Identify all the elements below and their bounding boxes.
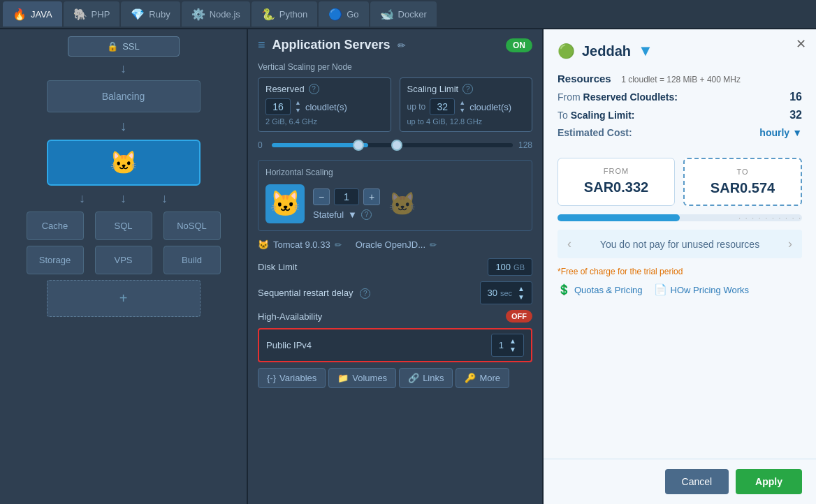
resources-section: Resources 1 cloudlet = 128 MiB + 400 MHz… <box>558 73 802 138</box>
tab-ruby[interactable]: 💎 Ruby <box>121 1 180 27</box>
reserved-input-row: ▲ ▼ cloudlet(s) <box>265 98 384 115</box>
tab-nodejs[interactable]: ⚙️ Node.js <box>182 1 250 27</box>
node-count-input[interactable] <box>334 188 359 205</box>
variables-icon: {-} <box>267 373 276 383</box>
stepper-minus-button[interactable]: − <box>313 188 330 205</box>
reserved-sub-label: 2 GiB, 6.4 GHz <box>265 117 384 126</box>
variables-tab[interactable]: {-} Variables <box>258 368 326 388</box>
bottom-tabs: {-} Variables 📁 Volumes 🔗 Links 🔑 More <box>258 368 532 388</box>
nosql-node[interactable]: NoSQL <box>163 212 221 240</box>
nav-right-arrow[interactable]: › <box>788 237 792 251</box>
how-pricing-link[interactable]: 📄 HOw Pricing Works <box>654 283 749 296</box>
public-ipv4-row: Public IPv4 1 ▲ ▼ <box>258 328 532 362</box>
arrow-cache-icon: ↓ <box>79 191 85 206</box>
disk-limit-unit: GB <box>513 263 525 272</box>
tomcat-edit-icon[interactable]: ✏ <box>335 240 342 250</box>
reserved-box: Reserved ? ▲ ▼ cloudlet(s) 2 GiB, 6.4 GH… <box>258 77 391 132</box>
reserved-arrow-down[interactable]: ▼ <box>295 108 301 114</box>
stateful-dropdown-icon: ▼ <box>348 209 357 220</box>
disk-limit-value: 100 GB <box>488 258 532 276</box>
right-panel: ✕ 🟢 Jeddah ▼ Resources 1 cloudlet = 128 … <box>544 29 816 504</box>
reserved-arrow-up[interactable]: ▲ <box>295 100 301 107</box>
balancing-box[interactable]: Balancing <box>47 80 201 112</box>
close-button[interactable]: ✕ <box>796 36 806 52</box>
ha-toggle[interactable]: OFF <box>506 310 532 323</box>
links-tab[interactable]: 🔗 Links <box>399 368 453 388</box>
to-price-label: TO <box>693 168 792 176</box>
scaling-limit-label: Scaling Limit <box>407 84 459 94</box>
quotas-pricing-link[interactable]: 💲 Quotas & Pricing <box>558 283 643 296</box>
storage-node[interactable]: Storage <box>27 246 84 274</box>
to-price-card: TO SAR0.574 <box>683 158 802 206</box>
stepper-plus-button[interactable]: + <box>363 188 380 205</box>
tab-go[interactable]: 🔵 Go <box>319 1 368 27</box>
public-ipv4-num: 1 <box>499 340 504 350</box>
cloudlet-slider[interactable] <box>272 143 513 147</box>
app-node-icon: 🐱 <box>110 149 138 176</box>
hourly-label: hourly <box>759 127 789 138</box>
region-dropdown-button[interactable]: ▼ <box>638 42 653 60</box>
apply-button[interactable]: Apply <box>736 469 802 494</box>
more-tab[interactable]: 🔑 More <box>456 368 509 388</box>
free-trial-text: *Free of charge for the trial period <box>558 267 802 276</box>
tab-php[interactable]: 🐘 PHP <box>64 1 120 27</box>
reserved-help-icon[interactable]: ? <box>309 84 319 94</box>
panel-title: Application Servers <box>272 38 391 52</box>
price-bar: · · · · · · · · · · <box>558 214 802 221</box>
bottom-nodes: Cache SQL NoSQL <box>27 212 221 240</box>
tab-docker[interactable]: 🐋 Docker <box>370 1 437 27</box>
horizontal-scaling-section: Horizontal Scaling 🐱 − + Stateful ▼ ? 🐱 <box>258 160 532 231</box>
greyed-node-icon: 🐱 <box>388 191 416 217</box>
oracle-item[interactable]: Oracle OpenJD... ✏ <box>356 239 437 250</box>
reserved-cloudlet-input[interactable] <box>265 98 291 115</box>
build-node[interactable]: Build <box>163 246 221 274</box>
nav-left-arrow[interactable]: ‹ <box>567 237 571 251</box>
tab-python[interactable]: 🐍 Python <box>252 1 317 27</box>
volumes-tab[interactable]: 📁 Volumes <box>328 368 396 388</box>
php-icon: 🐘 <box>73 8 87 21</box>
sql-node[interactable]: SQL <box>95 212 152 240</box>
estimated-cost-label: Estimated Cost: <box>558 127 632 138</box>
cloudlet-slider-row: 0 128 <box>258 140 532 150</box>
scaling-limit-arrow-down[interactable]: ▼ <box>459 108 465 114</box>
tomcat-item[interactable]: 🐱 Tomcat 9.0.33 ✏ <box>258 239 342 250</box>
app-server-node[interactable]: 🐱 <box>47 140 201 186</box>
oracle-edit-icon[interactable]: ✏ <box>430 240 437 250</box>
scaling-limit-title-row: Scaling Limit ? <box>407 84 525 94</box>
arrow-nosql-icon: ↓ <box>161 191 168 206</box>
cache-node[interactable]: Cache <box>27 212 84 240</box>
public-ipv4-value: 1 ▲ ▼ <box>491 334 524 357</box>
ipv4-stepper[interactable]: ▲ ▼ <box>509 337 516 353</box>
stateful-help-icon[interactable]: ? <box>361 209 372 220</box>
add-node-button[interactable]: + <box>47 280 201 317</box>
vps-node[interactable]: VPS <box>95 246 152 274</box>
scaling-limit-help-icon[interactable]: ? <box>462 84 473 94</box>
toggle-on[interactable]: ON <box>506 38 532 52</box>
restart-down-icon[interactable]: ▼ <box>518 293 525 301</box>
disk-limit-label: Disk Limit <box>258 262 481 272</box>
edit-icon[interactable]: ✏ <box>398 40 406 51</box>
tomcat-icon: 🐱 <box>258 239 269 250</box>
scaling-limit-input-row: up to ▲ ▼ cloudlet(s) <box>407 98 525 115</box>
restart-up-icon[interactable]: ▲ <box>518 285 525 292</box>
scaling-limit-input[interactable] <box>430 98 455 115</box>
slider-handle-left[interactable] <box>353 140 364 151</box>
ipv4-up-icon[interactable]: ▲ <box>509 337 516 345</box>
restart-delay-stepper[interactable]: ▲ ▼ <box>518 285 525 301</box>
slider-handle-right[interactable] <box>391 140 402 151</box>
reserved-cloudlets-value: 16 <box>789 91 802 103</box>
hourly-button[interactable]: hourly ▼ <box>759 127 802 138</box>
ssl-button[interactable]: 🔒 SSL <box>68 36 180 57</box>
h-node-icon: 🐱 <box>265 184 305 223</box>
tab-java[interactable]: 🔥 JAVA <box>3 1 62 27</box>
stateful-dropdown[interactable]: Stateful ▼ ? <box>313 209 380 220</box>
panel-header: ≡ Application Servers ✏ ON <box>258 38 532 52</box>
nodejs-icon: ⚙️ <box>191 8 205 21</box>
cancel-button[interactable]: Cancel <box>665 469 729 494</box>
vertical-scaling-label: Vertical Scaling per Node <box>258 62 532 72</box>
restart-delay-row: Sequential restart delay ? 30 sec ▲ ▼ <box>258 281 532 304</box>
restart-delay-help-icon[interactable]: ? <box>360 288 370 299</box>
how-pricing-label: HOw Pricing Works <box>671 285 749 295</box>
scaling-limit-arrow-up[interactable]: ▲ <box>459 100 465 107</box>
ipv4-down-icon[interactable]: ▼ <box>509 346 516 353</box>
